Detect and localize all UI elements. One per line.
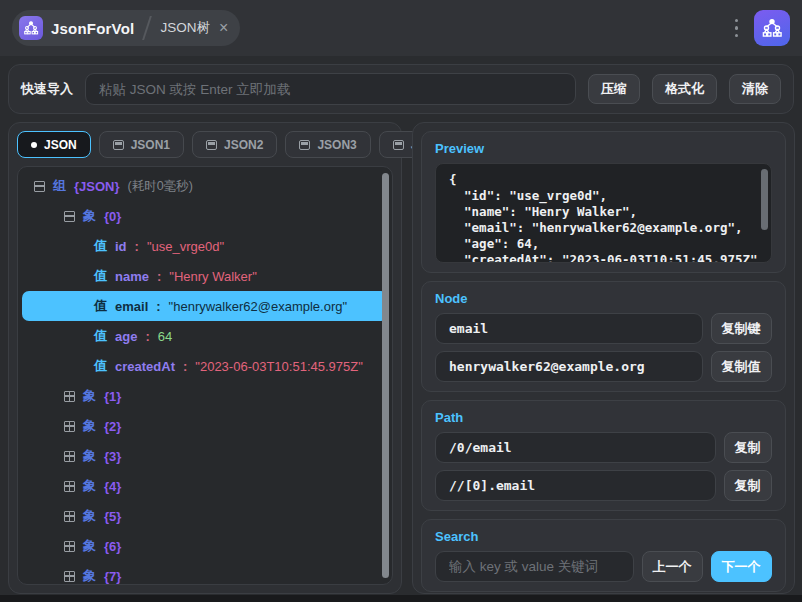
- app-tree-icon[interactable]: [754, 10, 790, 46]
- doc-tab-label: JSON: [44, 138, 77, 152]
- doc-tab-json2[interactable]: JSON2: [192, 131, 277, 158]
- doc-tab-json1[interactable]: JSON1: [99, 131, 184, 158]
- tree-node-createdAt[interactable]: 值createdAt:"2023-06-03T10:51:45.975Z": [22, 351, 388, 381]
- copy-value-button[interactable]: 复制值: [711, 351, 772, 382]
- expand-icon[interactable]: [64, 481, 75, 492]
- node-key: createdAt: [115, 359, 175, 374]
- node-type-label: 象: [83, 477, 96, 495]
- tree-node-{0}[interactable]: 象{0}: [22, 201, 388, 231]
- doc-tab-json[interactable]: JSON: [17, 131, 91, 158]
- node-type-label: 象: [83, 417, 96, 435]
- tree-node-id[interactable]: 值id:"use_vrge0d": [22, 231, 388, 261]
- node-token: {7}: [104, 569, 121, 584]
- node-token: {JSON}: [74, 179, 120, 194]
- node-type-label: 象: [83, 537, 96, 555]
- expand-icon[interactable]: [64, 511, 75, 522]
- tree-node-{4}[interactable]: 象{4}: [22, 471, 388, 501]
- collapse-icon[interactable]: [34, 181, 45, 192]
- document-icon: [206, 140, 217, 150]
- tree-node-{2}[interactable]: 象{2}: [22, 411, 388, 441]
- node-token: {3}: [104, 449, 121, 464]
- node-token: {5}: [104, 509, 121, 524]
- tree-node-{7}[interactable]: 象{7}: [22, 561, 388, 585]
- node-value-field[interactable]: [435, 351, 703, 382]
- brand-pill: JsonForVol JSON树 ×: [12, 10, 240, 46]
- doc-tab-label: JSON3: [317, 138, 356, 152]
- json-pointer-field[interactable]: [435, 432, 716, 463]
- copy-pointer-button[interactable]: 复制: [724, 432, 772, 463]
- key-value-colon: :: [157, 269, 161, 284]
- node-token: {6}: [104, 539, 121, 554]
- value-badge: 值: [94, 357, 107, 375]
- tree-panel: JSONJSON1JSON2JSON3JSON4 组{JSON}(耗时0毫秒)象…: [8, 122, 402, 594]
- tree-node-email[interactable]: 值email:"henrywalker62@example.org": [22, 291, 388, 321]
- search-input[interactable]: [435, 551, 634, 582]
- expand-icon[interactable]: [64, 421, 75, 432]
- key-value-colon: :: [135, 239, 139, 254]
- topbar: JsonForVol JSON树 ×: [0, 0, 802, 56]
- node-type-label: 象: [83, 387, 96, 405]
- search-section: Search 上一个 下一个: [421, 519, 786, 592]
- search-title: Search: [435, 529, 772, 544]
- collapse-icon[interactable]: [64, 211, 75, 222]
- expand-icon[interactable]: [64, 391, 75, 402]
- document-icon: [113, 140, 124, 150]
- tree-node-{3}[interactable]: 象{3}: [22, 441, 388, 471]
- preview-section: Preview { "id": "use_vrge0d", "name": "H…: [421, 131, 786, 273]
- close-tab-icon[interactable]: ×: [219, 20, 228, 36]
- path-title: Path: [435, 410, 772, 425]
- clear-button[interactable]: 清除: [729, 74, 781, 104]
- tree-node-{JSON}[interactable]: 组{JSON}(耗时0毫秒): [22, 171, 388, 201]
- format-button[interactable]: 格式化: [652, 74, 717, 104]
- document-icon: [299, 140, 310, 150]
- doc-tab-label: JSON1: [131, 138, 170, 152]
- doc-tab-json3[interactable]: JSON3: [285, 131, 370, 158]
- doc-tab-label: JSON2: [224, 138, 263, 152]
- expand-icon[interactable]: [64, 541, 75, 552]
- document-icon: [393, 140, 404, 150]
- copy-key-button[interactable]: 复制键: [711, 313, 772, 344]
- copy-query-button[interactable]: 复制: [724, 470, 772, 501]
- breadcrumb-separator: [143, 16, 153, 40]
- search-next-button[interactable]: 下一个: [711, 551, 772, 582]
- key-value-colon: :: [145, 329, 149, 344]
- node-token: {2}: [104, 419, 121, 434]
- node-key: email: [115, 299, 148, 314]
- node-key-field[interactable]: [435, 313, 703, 344]
- preview-code-block: { "id": "use_vrge0d", "name": "Henry Wal…: [435, 163, 772, 263]
- inspector-panel: Preview { "id": "use_vrge0d", "name": "H…: [412, 122, 795, 594]
- open-tab-label[interactable]: JSON树: [160, 19, 210, 37]
- parse-time-label: (耗时0毫秒): [128, 178, 193, 195]
- tree-node-{5}[interactable]: 象{5}: [22, 501, 388, 531]
- node-value: "2023-06-03T10:51:45.975Z": [195, 359, 363, 374]
- node-type-label: 象: [83, 507, 96, 525]
- value-badge: 值: [94, 237, 107, 255]
- tree-node-age[interactable]: 值age:64: [22, 321, 388, 351]
- preview-json-code: { "id": "use_vrge0d", "name": "Henry Wal…: [449, 172, 758, 263]
- compress-button[interactable]: 压缩: [588, 74, 640, 104]
- preview-title: Preview: [435, 141, 772, 156]
- node-token: {0}: [104, 209, 121, 224]
- json-paste-input[interactable]: [85, 73, 576, 105]
- preview-scrollbar[interactable]: [761, 169, 768, 230]
- key-value-colon: :: [183, 359, 187, 374]
- overflow-menu-icon[interactable]: [731, 15, 743, 42]
- node-key: age: [115, 329, 137, 344]
- path-section: Path 复制 复制: [421, 400, 786, 511]
- node-title: Node: [435, 291, 772, 306]
- tree-node-{6}[interactable]: 象{6}: [22, 531, 388, 561]
- tree-node-{1}[interactable]: 象{1}: [22, 381, 388, 411]
- expand-icon[interactable]: [64, 571, 75, 582]
- tree-node-name[interactable]: 值name:"Henry Walker": [22, 261, 388, 291]
- node-value: "use_vrge0d": [147, 239, 224, 254]
- json-query-field[interactable]: [435, 470, 716, 501]
- tree-scrollbar[interactable]: [382, 173, 389, 578]
- value-badge: 值: [94, 327, 107, 345]
- node-key: name: [115, 269, 149, 284]
- json-tree: 组{JSON}(耗时0毫秒)象{0}值id:"use_vrge0d"值name:…: [17, 166, 393, 585]
- node-section: Node 复制键 复制值: [421, 281, 786, 392]
- node-type-label: 象: [83, 207, 96, 225]
- search-prev-button[interactable]: 上一个: [642, 551, 703, 582]
- node-key: id: [115, 239, 127, 254]
- expand-icon[interactable]: [64, 451, 75, 462]
